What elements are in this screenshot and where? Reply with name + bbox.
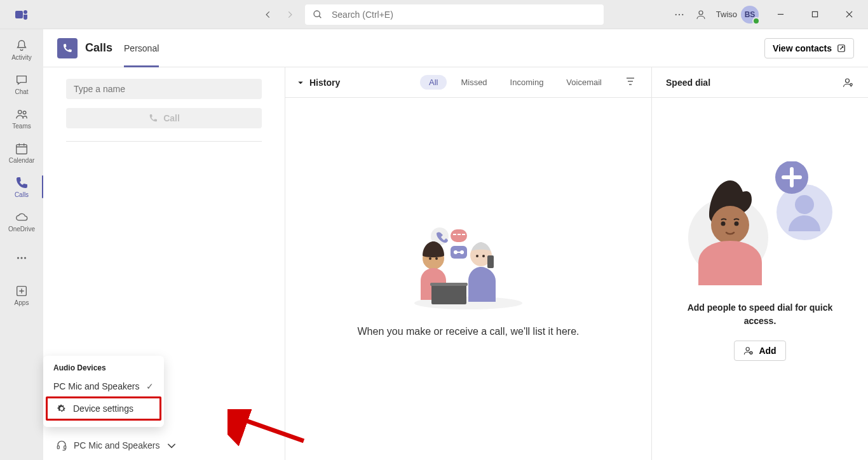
user-account[interactable]: Twiso BS	[716, 6, 759, 24]
add-contact-icon[interactable]	[843, 77, 854, 88]
window-minimize-button[interactable]	[768, 5, 793, 24]
tab-personal[interactable]: Personal	[124, 29, 159, 67]
rail-activity[interactable]: Activity	[0, 33, 43, 66]
ellipsis-icon	[15, 251, 29, 265]
bell-icon	[15, 39, 29, 53]
annotation-highlight: Device settings	[46, 396, 161, 421]
audio-devices-popup: Audio Devices PC Mic and Speakers ✓ Devi…	[43, 356, 164, 427]
svg-rect-16	[57, 446, 59, 449]
filter-voicemail[interactable]: Voicemail	[557, 75, 611, 90]
history-panel: History All Missed Incoming Voicemail	[285, 67, 652, 460]
svg-point-3	[675, 13, 676, 15]
current-device-button[interactable]: PC Mic and Speakers	[56, 440, 177, 451]
add-person-icon	[743, 346, 754, 356]
svg-rect-24	[462, 234, 465, 235]
speed-dial-illustration	[687, 161, 833, 288]
svg-point-12	[20, 257, 22, 259]
popup-device-option[interactable]: PC Mic and Speakers ✓	[43, 376, 164, 396]
svg-point-8	[18, 110, 22, 114]
window-close-button[interactable]	[836, 5, 862, 24]
title-bar: Twiso BS	[0, 0, 868, 29]
phone-icon	[15, 176, 29, 190]
rail-onedrive[interactable]: OneDrive	[0, 205, 43, 238]
svg-rect-10	[17, 144, 27, 154]
filter-missed[interactable]: Missed	[452, 75, 496, 90]
headset-icon	[56, 440, 67, 451]
svg-rect-32	[430, 283, 468, 286]
speed-dial-message: Add people to speed dial for quick acces…	[684, 301, 836, 328]
chevron-down-icon[interactable]	[297, 79, 304, 86]
rail-calls[interactable]: Calls	[0, 170, 43, 203]
calendar-icon	[15, 142, 29, 156]
nav-forward-button[interactable]	[281, 6, 299, 24]
svg-point-46	[746, 348, 749, 351]
rail-teams[interactable]: Teams	[0, 102, 43, 135]
svg-rect-7	[812, 11, 817, 17]
divider	[66, 141, 262, 142]
svg-rect-23	[458, 234, 461, 235]
device-settings-button[interactable]: Device settings	[48, 398, 159, 419]
svg-point-5	[682, 13, 683, 15]
svg-point-6	[699, 11, 703, 15]
user-avatar[interactable]: BS	[741, 6, 759, 24]
chat-icon	[15, 73, 29, 87]
svg-point-35	[482, 255, 485, 257]
speed-dial-title: Speed dial	[666, 78, 710, 88]
svg-point-44	[721, 222, 726, 226]
svg-point-29	[429, 257, 431, 260]
popup-title: Audio Devices	[43, 363, 164, 376]
user-name-label: Twiso	[716, 10, 737, 19]
svg-point-13	[24, 257, 26, 259]
rail-more[interactable]	[0, 241, 43, 274]
dialer-panel: Call Audio Devices PC Mic and Speakers ✓…	[43, 67, 285, 460]
search-input[interactable]	[332, 10, 596, 20]
svg-rect-31	[431, 284, 466, 304]
rail-calendar[interactable]: Calendar	[0, 136, 43, 169]
call-button[interactable]: Call	[66, 108, 262, 128]
svg-point-2	[314, 11, 320, 17]
gear-icon	[57, 403, 67, 414]
svg-point-40	[795, 195, 814, 214]
window-maximize-button[interactable]	[802, 5, 827, 24]
external-link-icon	[837, 44, 846, 53]
svg-point-43	[711, 206, 749, 244]
svg-point-1	[24, 10, 27, 14]
rail-apps[interactable]: Apps	[0, 278, 43, 311]
filter-incoming[interactable]: Incoming	[501, 75, 553, 90]
page-header: Calls Personal View contacts	[43, 29, 868, 67]
view-contacts-button[interactable]: View contacts	[764, 38, 854, 58]
page-title: Calls	[85, 41, 112, 55]
apps-icon	[15, 284, 29, 298]
svg-point-9	[23, 111, 26, 114]
teams-logo	[0, 7, 43, 22]
empty-history-illustration	[405, 220, 532, 309]
more-options-icon[interactable]	[673, 8, 686, 21]
search-icon	[313, 10, 323, 20]
svg-rect-22	[453, 234, 456, 235]
svg-point-30	[435, 257, 438, 260]
check-icon: ✓	[146, 381, 154, 391]
presence-available-icon	[752, 17, 760, 25]
svg-rect-17	[64, 446, 66, 449]
nav-back-button[interactable]	[259, 6, 277, 24]
search-box[interactable]	[305, 4, 604, 25]
svg-point-11	[17, 257, 19, 259]
empty-history-message: When you make or receive a call, we'll l…	[358, 326, 580, 337]
app-rail: Activity Chat Teams Calendar Calls OneDr…	[0, 29, 43, 460]
calls-badge-icon	[57, 38, 78, 58]
people-icon[interactable]	[695, 8, 707, 21]
add-speed-dial-button[interactable]: Add	[734, 341, 785, 361]
filter-icon[interactable]	[621, 76, 640, 89]
svg-rect-21	[451, 229, 467, 242]
speed-dial-panel: Speed dial	[652, 67, 868, 460]
history-title: History	[309, 78, 340, 88]
svg-point-37	[846, 79, 850, 83]
filter-all[interactable]: All	[420, 75, 447, 90]
svg-point-4	[679, 13, 680, 15]
chevron-down-icon	[166, 440, 177, 451]
rail-chat[interactable]: Chat	[0, 67, 43, 100]
svg-rect-36	[487, 255, 494, 268]
svg-point-45	[735, 222, 739, 226]
cloud-icon	[15, 210, 29, 224]
name-input[interactable]	[66, 79, 262, 99]
